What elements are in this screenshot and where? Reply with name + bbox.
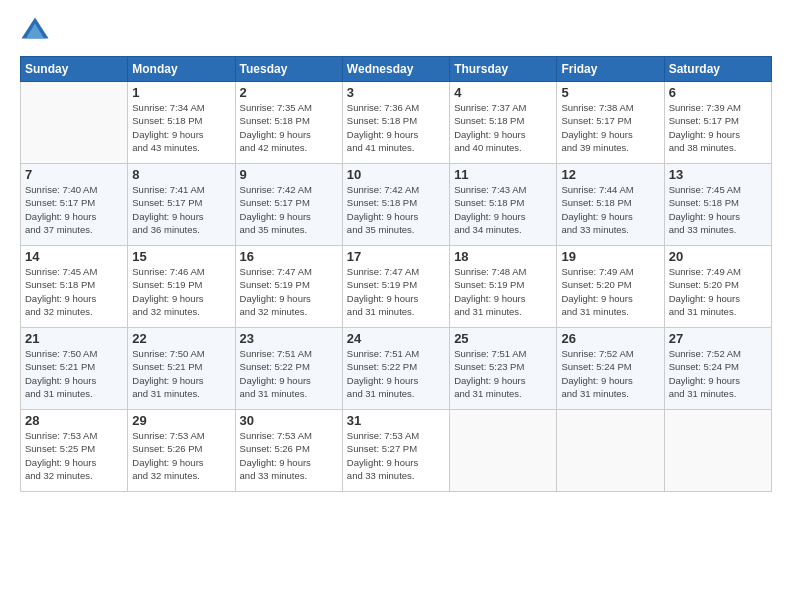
day-number: 29 [132, 413, 230, 428]
day-info: Sunrise: 7:46 AM Sunset: 5:19 PM Dayligh… [132, 265, 230, 318]
day-info: Sunrise: 7:49 AM Sunset: 5:20 PM Dayligh… [561, 265, 659, 318]
page: SundayMondayTuesdayWednesdayThursdayFrid… [0, 0, 792, 612]
day-info: Sunrise: 7:51 AM Sunset: 5:22 PM Dayligh… [347, 347, 445, 400]
week-row-2: 14Sunrise: 7:45 AM Sunset: 5:18 PM Dayli… [21, 246, 772, 328]
calendar-cell [21, 82, 128, 164]
calendar-cell: 26Sunrise: 7:52 AM Sunset: 5:24 PM Dayli… [557, 328, 664, 410]
day-number: 24 [347, 331, 445, 346]
day-info: Sunrise: 7:42 AM Sunset: 5:18 PM Dayligh… [347, 183, 445, 236]
calendar-cell: 21Sunrise: 7:50 AM Sunset: 5:21 PM Dayli… [21, 328, 128, 410]
day-info: Sunrise: 7:37 AM Sunset: 5:18 PM Dayligh… [454, 101, 552, 154]
calendar-cell: 3Sunrise: 7:36 AM Sunset: 5:18 PM Daylig… [342, 82, 449, 164]
day-number: 28 [25, 413, 123, 428]
calendar-cell [664, 410, 771, 492]
weekday-header-sunday: Sunday [21, 57, 128, 82]
day-info: Sunrise: 7:39 AM Sunset: 5:17 PM Dayligh… [669, 101, 767, 154]
day-info: Sunrise: 7:36 AM Sunset: 5:18 PM Dayligh… [347, 101, 445, 154]
calendar-cell: 22Sunrise: 7:50 AM Sunset: 5:21 PM Dayli… [128, 328, 235, 410]
day-number: 18 [454, 249, 552, 264]
calendar-cell: 6Sunrise: 7:39 AM Sunset: 5:17 PM Daylig… [664, 82, 771, 164]
calendar-cell: 13Sunrise: 7:45 AM Sunset: 5:18 PM Dayli… [664, 164, 771, 246]
calendar-cell: 18Sunrise: 7:48 AM Sunset: 5:19 PM Dayli… [450, 246, 557, 328]
calendar-cell: 24Sunrise: 7:51 AM Sunset: 5:22 PM Dayli… [342, 328, 449, 410]
day-number: 31 [347, 413, 445, 428]
calendar-cell: 12Sunrise: 7:44 AM Sunset: 5:18 PM Dayli… [557, 164, 664, 246]
day-info: Sunrise: 7:40 AM Sunset: 5:17 PM Dayligh… [25, 183, 123, 236]
calendar-cell: 7Sunrise: 7:40 AM Sunset: 5:17 PM Daylig… [21, 164, 128, 246]
weekday-header-wednesday: Wednesday [342, 57, 449, 82]
calendar-cell: 16Sunrise: 7:47 AM Sunset: 5:19 PM Dayli… [235, 246, 342, 328]
day-info: Sunrise: 7:51 AM Sunset: 5:23 PM Dayligh… [454, 347, 552, 400]
day-info: Sunrise: 7:47 AM Sunset: 5:19 PM Dayligh… [347, 265, 445, 318]
day-number: 8 [132, 167, 230, 182]
day-info: Sunrise: 7:53 AM Sunset: 5:27 PM Dayligh… [347, 429, 445, 482]
calendar-cell: 28Sunrise: 7:53 AM Sunset: 5:25 PM Dayli… [21, 410, 128, 492]
day-number: 17 [347, 249, 445, 264]
day-info: Sunrise: 7:53 AM Sunset: 5:26 PM Dayligh… [240, 429, 338, 482]
day-info: Sunrise: 7:45 AM Sunset: 5:18 PM Dayligh… [25, 265, 123, 318]
day-number: 2 [240, 85, 338, 100]
calendar-cell: 31Sunrise: 7:53 AM Sunset: 5:27 PM Dayli… [342, 410, 449, 492]
day-info: Sunrise: 7:41 AM Sunset: 5:17 PM Dayligh… [132, 183, 230, 236]
day-number: 7 [25, 167, 123, 182]
calendar-cell: 5Sunrise: 7:38 AM Sunset: 5:17 PM Daylig… [557, 82, 664, 164]
logo-icon [20, 16, 50, 46]
weekday-header-thursday: Thursday [450, 57, 557, 82]
day-number: 9 [240, 167, 338, 182]
calendar-cell: 25Sunrise: 7:51 AM Sunset: 5:23 PM Dayli… [450, 328, 557, 410]
day-info: Sunrise: 7:52 AM Sunset: 5:24 PM Dayligh… [561, 347, 659, 400]
day-info: Sunrise: 7:49 AM Sunset: 5:20 PM Dayligh… [669, 265, 767, 318]
weekday-header-tuesday: Tuesday [235, 57, 342, 82]
weekday-header-saturday: Saturday [664, 57, 771, 82]
day-number: 27 [669, 331, 767, 346]
header [20, 16, 772, 46]
calendar-table: SundayMondayTuesdayWednesdayThursdayFrid… [20, 56, 772, 492]
day-number: 20 [669, 249, 767, 264]
calendar-cell: 19Sunrise: 7:49 AM Sunset: 5:20 PM Dayli… [557, 246, 664, 328]
day-number: 21 [25, 331, 123, 346]
weekday-header-friday: Friday [557, 57, 664, 82]
day-info: Sunrise: 7:43 AM Sunset: 5:18 PM Dayligh… [454, 183, 552, 236]
day-number: 10 [347, 167, 445, 182]
calendar-cell: 9Sunrise: 7:42 AM Sunset: 5:17 PM Daylig… [235, 164, 342, 246]
week-row-4: 28Sunrise: 7:53 AM Sunset: 5:25 PM Dayli… [21, 410, 772, 492]
day-info: Sunrise: 7:51 AM Sunset: 5:22 PM Dayligh… [240, 347, 338, 400]
day-info: Sunrise: 7:53 AM Sunset: 5:25 PM Dayligh… [25, 429, 123, 482]
calendar-cell: 23Sunrise: 7:51 AM Sunset: 5:22 PM Dayli… [235, 328, 342, 410]
calendar-cell: 27Sunrise: 7:52 AM Sunset: 5:24 PM Dayli… [664, 328, 771, 410]
day-number: 26 [561, 331, 659, 346]
day-number: 11 [454, 167, 552, 182]
day-number: 6 [669, 85, 767, 100]
day-number: 23 [240, 331, 338, 346]
logo [20, 16, 54, 46]
day-number: 22 [132, 331, 230, 346]
day-info: Sunrise: 7:48 AM Sunset: 5:19 PM Dayligh… [454, 265, 552, 318]
day-number: 19 [561, 249, 659, 264]
week-row-0: 1Sunrise: 7:34 AM Sunset: 5:18 PM Daylig… [21, 82, 772, 164]
day-number: 16 [240, 249, 338, 264]
calendar-cell: 15Sunrise: 7:46 AM Sunset: 5:19 PM Dayli… [128, 246, 235, 328]
day-info: Sunrise: 7:50 AM Sunset: 5:21 PM Dayligh… [132, 347, 230, 400]
day-number: 1 [132, 85, 230, 100]
day-number: 3 [347, 85, 445, 100]
day-number: 4 [454, 85, 552, 100]
week-row-1: 7Sunrise: 7:40 AM Sunset: 5:17 PM Daylig… [21, 164, 772, 246]
day-info: Sunrise: 7:44 AM Sunset: 5:18 PM Dayligh… [561, 183, 659, 236]
day-info: Sunrise: 7:53 AM Sunset: 5:26 PM Dayligh… [132, 429, 230, 482]
day-number: 5 [561, 85, 659, 100]
week-row-3: 21Sunrise: 7:50 AM Sunset: 5:21 PM Dayli… [21, 328, 772, 410]
day-info: Sunrise: 7:38 AM Sunset: 5:17 PM Dayligh… [561, 101, 659, 154]
day-info: Sunrise: 7:52 AM Sunset: 5:24 PM Dayligh… [669, 347, 767, 400]
day-number: 14 [25, 249, 123, 264]
weekday-header-monday: Monday [128, 57, 235, 82]
calendar-cell: 14Sunrise: 7:45 AM Sunset: 5:18 PM Dayli… [21, 246, 128, 328]
weekday-header-row: SundayMondayTuesdayWednesdayThursdayFrid… [21, 57, 772, 82]
day-info: Sunrise: 7:42 AM Sunset: 5:17 PM Dayligh… [240, 183, 338, 236]
calendar-cell [450, 410, 557, 492]
day-info: Sunrise: 7:34 AM Sunset: 5:18 PM Dayligh… [132, 101, 230, 154]
day-info: Sunrise: 7:45 AM Sunset: 5:18 PM Dayligh… [669, 183, 767, 236]
day-number: 30 [240, 413, 338, 428]
calendar-cell: 29Sunrise: 7:53 AM Sunset: 5:26 PM Dayli… [128, 410, 235, 492]
calendar-cell: 17Sunrise: 7:47 AM Sunset: 5:19 PM Dayli… [342, 246, 449, 328]
calendar-cell: 20Sunrise: 7:49 AM Sunset: 5:20 PM Dayli… [664, 246, 771, 328]
